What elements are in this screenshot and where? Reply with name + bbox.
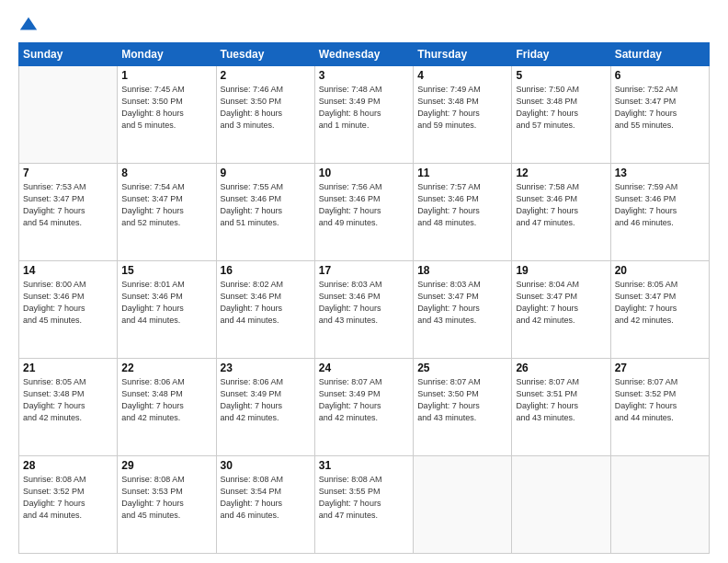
day-number: 26 [516,362,606,374]
day-info: Sunrise: 8:08 AM Sunset: 3:52 PM Dayligh… [23,474,113,522]
calendar-week-row: 21Sunrise: 8:05 AM Sunset: 3:48 PM Dayli… [19,359,710,456]
calendar-cell: 27Sunrise: 8:07 AM Sunset: 3:52 PM Dayli… [610,359,709,456]
day-number: 25 [417,362,507,374]
day-number: 24 [319,362,409,374]
day-number: 17 [319,264,409,277]
weekday-header: Thursday [414,43,512,66]
page: SundayMondayTuesdayWednesdayThursdayFrid… [0,0,728,563]
weekday-header: Wednesday [314,43,413,66]
day-info: Sunrise: 7:57 AM Sunset: 3:46 PM Dayligh… [417,181,507,229]
day-info: Sunrise: 7:45 AM Sunset: 3:50 PM Dayligh… [121,84,211,132]
day-info: Sunrise: 8:07 AM Sunset: 3:52 PM Dayligh… [615,376,705,424]
calendar-cell: 8Sunrise: 7:54 AM Sunset: 3:47 PM Daylig… [118,164,216,261]
day-info: Sunrise: 8:03 AM Sunset: 3:46 PM Dayligh… [319,279,409,327]
day-number: 23 [221,362,311,374]
calendar-cell: 12Sunrise: 7:58 AM Sunset: 3:46 PM Dayli… [512,164,610,261]
calendar-cell: 28Sunrise: 8:08 AM Sunset: 3:52 PM Dayli… [19,456,118,554]
calendar-cell: 3Sunrise: 7:48 AM Sunset: 3:49 PM Daylig… [314,66,413,164]
svg-marker-0 [20,17,37,30]
calendar-cell: 31Sunrise: 8:08 AM Sunset: 3:55 PM Dayli… [314,456,413,554]
day-number: 31 [319,459,409,472]
calendar-cell: 9Sunrise: 7:55 AM Sunset: 3:46 PM Daylig… [216,164,314,261]
weekday-header: Tuesday [216,43,314,66]
calendar-cell: 13Sunrise: 7:59 AM Sunset: 3:46 PM Dayli… [610,164,709,261]
day-info: Sunrise: 8:05 AM Sunset: 3:48 PM Dayligh… [23,376,113,424]
day-info: Sunrise: 7:46 AM Sunset: 3:50 PM Dayligh… [221,84,311,132]
day-info: Sunrise: 7:56 AM Sunset: 3:46 PM Dayligh… [319,181,409,229]
day-info: Sunrise: 8:06 AM Sunset: 3:48 PM Dayligh… [121,376,211,424]
day-number: 28 [23,459,113,472]
day-info: Sunrise: 7:49 AM Sunset: 3:48 PM Dayligh… [417,84,507,132]
calendar-cell: 15Sunrise: 8:01 AM Sunset: 3:46 PM Dayli… [118,261,216,359]
day-info: Sunrise: 8:07 AM Sunset: 3:49 PM Dayligh… [319,376,409,424]
day-info: Sunrise: 7:48 AM Sunset: 3:49 PM Dayligh… [319,84,409,132]
day-number: 7 [23,167,113,179]
calendar-cell: 21Sunrise: 8:05 AM Sunset: 3:48 PM Dayli… [19,359,118,456]
calendar-cell: 25Sunrise: 8:07 AM Sunset: 3:50 PM Dayli… [414,359,512,456]
day-number: 4 [417,69,507,82]
calendar-cell: 11Sunrise: 7:57 AM Sunset: 3:46 PM Dayli… [414,164,512,261]
calendar-cell [414,456,512,554]
day-info: Sunrise: 7:59 AM Sunset: 3:46 PM Dayligh… [615,181,705,229]
day-number: 6 [615,69,705,82]
calendar-cell: 22Sunrise: 8:06 AM Sunset: 3:48 PM Dayli… [118,359,216,456]
day-info: Sunrise: 8:02 AM Sunset: 3:46 PM Dayligh… [221,279,311,327]
day-number: 8 [121,167,211,179]
day-number: 13 [615,167,705,179]
header [18,15,710,35]
weekday-header: Friday [512,43,610,66]
day-number: 20 [615,264,705,277]
calendar-cell: 6Sunrise: 7:52 AM Sunset: 3:47 PM Daylig… [610,66,709,164]
weekday-header: Saturday [610,43,709,66]
weekday-header-row: SundayMondayTuesdayWednesdayThursdayFrid… [19,43,710,66]
calendar-cell: 16Sunrise: 8:02 AM Sunset: 3:46 PM Dayli… [216,261,314,359]
calendar-week-row: 28Sunrise: 8:08 AM Sunset: 3:52 PM Dayli… [19,456,710,554]
day-info: Sunrise: 8:08 AM Sunset: 3:53 PM Dayligh… [121,474,211,522]
weekday-header: Monday [118,43,216,66]
day-info: Sunrise: 8:04 AM Sunset: 3:47 PM Dayligh… [516,279,606,327]
day-number: 30 [221,459,311,472]
day-number: 1 [121,69,211,82]
day-number: 10 [319,167,409,179]
day-info: Sunrise: 8:08 AM Sunset: 3:55 PM Dayligh… [319,474,409,522]
calendar-cell: 7Sunrise: 7:53 AM Sunset: 3:47 PM Daylig… [19,164,118,261]
day-info: Sunrise: 8:05 AM Sunset: 3:47 PM Dayligh… [615,279,705,327]
logo [18,15,42,35]
calendar-cell: 2Sunrise: 7:46 AM Sunset: 3:50 PM Daylig… [216,66,314,164]
day-number: 18 [417,264,507,277]
calendar-week-row: 1Sunrise: 7:45 AM Sunset: 3:50 PM Daylig… [19,66,710,164]
calendar-cell: 20Sunrise: 8:05 AM Sunset: 3:47 PM Dayli… [610,261,709,359]
day-info: Sunrise: 8:07 AM Sunset: 3:51 PM Dayligh… [516,376,606,424]
calendar-week-row: 7Sunrise: 7:53 AM Sunset: 3:47 PM Daylig… [19,164,710,261]
day-number: 19 [516,264,606,277]
day-number: 15 [121,264,211,277]
day-number: 5 [516,69,606,82]
calendar-cell [610,456,709,554]
day-number: 11 [417,167,507,179]
calendar-cell: 10Sunrise: 7:56 AM Sunset: 3:46 PM Dayli… [314,164,413,261]
calendar-cell: 5Sunrise: 7:50 AM Sunset: 3:48 PM Daylig… [512,66,610,164]
calendar-cell [19,66,118,164]
calendar-cell: 29Sunrise: 8:08 AM Sunset: 3:53 PM Dayli… [118,456,216,554]
calendar-cell: 17Sunrise: 8:03 AM Sunset: 3:46 PM Dayli… [314,261,413,359]
calendar-cell: 1Sunrise: 7:45 AM Sunset: 3:50 PM Daylig… [118,66,216,164]
calendar-cell: 24Sunrise: 8:07 AM Sunset: 3:49 PM Dayli… [314,359,413,456]
day-info: Sunrise: 7:55 AM Sunset: 3:46 PM Dayligh… [221,181,311,229]
day-info: Sunrise: 7:54 AM Sunset: 3:47 PM Dayligh… [121,181,211,229]
day-number: 22 [121,362,211,374]
day-number: 14 [23,264,113,277]
calendar-cell: 23Sunrise: 8:06 AM Sunset: 3:49 PM Dayli… [216,359,314,456]
weekday-header: Sunday [19,43,118,66]
day-number: 16 [221,264,311,277]
day-number: 27 [615,362,705,374]
calendar-cell: 19Sunrise: 8:04 AM Sunset: 3:47 PM Dayli… [512,261,610,359]
calendar-cell: 26Sunrise: 8:07 AM Sunset: 3:51 PM Dayli… [512,359,610,456]
day-info: Sunrise: 8:07 AM Sunset: 3:50 PM Dayligh… [417,376,507,424]
day-info: Sunrise: 8:01 AM Sunset: 3:46 PM Dayligh… [121,279,211,327]
day-info: Sunrise: 7:58 AM Sunset: 3:46 PM Dayligh… [516,181,606,229]
day-info: Sunrise: 7:52 AM Sunset: 3:47 PM Dayligh… [615,84,705,132]
calendar-cell: 30Sunrise: 8:08 AM Sunset: 3:54 PM Dayli… [216,456,314,554]
day-info: Sunrise: 8:08 AM Sunset: 3:54 PM Dayligh… [221,474,311,522]
day-info: Sunrise: 7:50 AM Sunset: 3:48 PM Dayligh… [516,84,606,132]
calendar-cell [512,456,610,554]
